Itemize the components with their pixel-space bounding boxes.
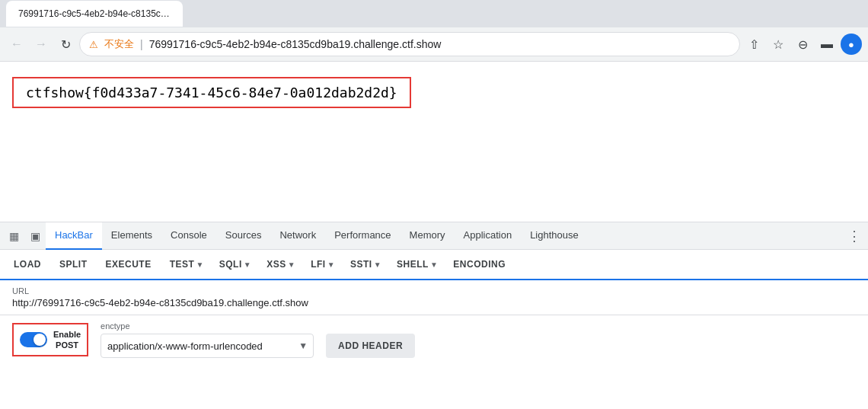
ssti-button[interactable]: SSTI ▼ <box>343 256 386 273</box>
tab-console[interactable]: Console <box>161 222 216 250</box>
forward-button[interactable]: → <box>30 34 52 55</box>
xss-button[interactable]: XSS ▼ <box>259 256 300 273</box>
ssti-dropdown-arrow: ▼ <box>374 260 381 269</box>
enable-post-toggle[interactable] <box>20 332 47 347</box>
enable-post-wrapper: EnablePOST <box>12 323 88 357</box>
lfi-dropdown-arrow: ▼ <box>327 260 335 269</box>
post-section: EnablePOST enctype application/x-www-for… <box>0 315 868 364</box>
devtools-tab-bar: ▦ ▣ HackBar Elements Console Sources Net… <box>0 222 868 250</box>
tab-hackbar[interactable]: HackBar <box>46 222 102 250</box>
hackbar-content: URL http://76991716-c9c5-4eb2-b94e-c8135… <box>0 280 868 409</box>
url-label: URL <box>12 286 856 296</box>
url-section: URL http://76991716-c9c5-4eb2-b94e-c8135… <box>0 280 868 315</box>
tab-performance[interactable]: Performance <box>325 222 400 250</box>
profile-button[interactable]: ● <box>841 34 862 55</box>
sqli-button[interactable]: SQLI ▼ <box>212 256 256 273</box>
tab-sources[interactable]: Sources <box>216 222 271 250</box>
load-button[interactable]: LOAD <box>6 256 49 273</box>
devtools-menu-icon[interactable]: ⋮ <box>844 225 865 247</box>
split-button[interactable]: SPLIT <box>52 256 95 273</box>
hackbar-toolbar: LOAD SPLIT EXECUTE TEST ▼ SQLI ▼ XSS ▼ L… <box>0 250 868 280</box>
tab-bar: 76991716-c9c5-4eb2-b94e-c8135cd9ba19.cha… <box>0 0 868 27</box>
back-button[interactable]: ← <box>6 34 27 55</box>
tab-network[interactable]: Network <box>270 222 325 250</box>
devtools-panel: ▦ ▣ HackBar Elements Console Sources Net… <box>0 222 868 409</box>
address-url: 76991716-c9c5-4eb2-b94e-c8135cd9ba19.cha… <box>149 38 442 50</box>
test-dropdown-arrow: ▼ <box>196 260 203 269</box>
extensions-button[interactable]: ▬ <box>816 34 838 55</box>
nav-bar: ← → ↻ ⚠ 不安全 | 76991716-c9c5-4eb2-b94e-c8… <box>0 27 868 61</box>
shell-dropdown-arrow: ▼ <box>430 260 438 269</box>
sqli-dropdown-arrow: ▼ <box>244 260 251 269</box>
enctype-wrapper: enctype application/x-www-form-urlencode… <box>101 321 314 358</box>
enctype-select-wrapper: application/x-www-form-urlencoded multip… <box>101 334 314 358</box>
devtools-inspect-icon[interactable]: ▦ <box>3 225 24 247</box>
tab-lighthouse[interactable]: Lighthouse <box>521 222 588 250</box>
enctype-select[interactable]: application/x-www-form-urlencoded multip… <box>101 334 314 358</box>
address-bar[interactable]: ⚠ 不安全 | 76991716-c9c5-4eb2-b94e-c8135cd9… <box>79 32 740 56</box>
refresh-button[interactable]: ↻ <box>55 34 76 55</box>
tab-application[interactable]: Application <box>455 222 522 250</box>
encoding-button[interactable]: ENCODING <box>445 256 513 273</box>
test-button[interactable]: TEST ▼ <box>162 256 209 273</box>
separator: | <box>140 38 143 50</box>
enctype-label: enctype <box>101 321 314 331</box>
bookmark-button[interactable]: ☆ <box>767 34 789 55</box>
active-tab[interactable]: 76991716-c9c5-4eb2-b94e-c8135cd9ba19.cha… <box>6 1 183 27</box>
lfi-button[interactable]: LFI ▼ <box>303 256 340 273</box>
tab-title: 76991716-c9c5-4eb2-b94e-c8135cd9ba19.cha… <box>18 8 171 19</box>
ctf-flag-text: ctfshow{f0d433a7-7341-45c6-84e7-0a012dab… <box>26 85 397 101</box>
ctf-flag-box: ctfshow{f0d433a7-7341-45c6-84e7-0a012dab… <box>12 77 411 108</box>
nav-actions: ⇧ ☆ ⊖ ▬ ● <box>743 34 862 55</box>
share-button[interactable]: ⇧ <box>743 34 764 55</box>
add-header-button[interactable]: ADD HEADER <box>326 334 415 358</box>
devtools-device-icon[interactable]: ▣ <box>24 225 46 247</box>
browser-chrome: 76991716-c9c5-4eb2-b94e-c8135cd9ba19.cha… <box>0 0 868 62</box>
toggle-knob <box>34 334 46 346</box>
tab-memory[interactable]: Memory <box>400 222 455 250</box>
shell-button[interactable]: SHELL ▼ <box>389 256 442 273</box>
page-content: ctfshow{f0d433a7-7341-45c6-84e7-0a012dab… <box>0 62 868 222</box>
url-value: http://76991716-c9c5-4eb2-b94e-c8135cd9b… <box>12 297 856 308</box>
security-icon: ⚠ <box>89 39 98 50</box>
enable-post-label: EnablePOST <box>53 329 81 351</box>
execute-button[interactable]: EXECUTE <box>98 256 159 273</box>
xss-dropdown-arrow: ▼ <box>288 260 295 269</box>
zoom-button[interactable]: ⊖ <box>792 34 813 55</box>
security-text: 不安全 <box>104 37 134 51</box>
tab-elements[interactable]: Elements <box>102 222 161 250</box>
